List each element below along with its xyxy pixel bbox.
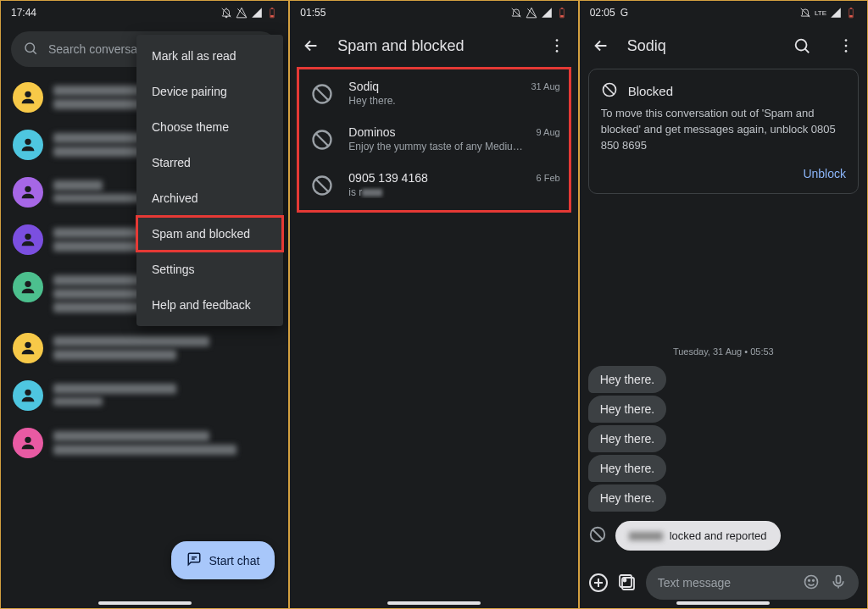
avatar xyxy=(13,333,43,363)
more-icon[interactable] xyxy=(548,36,566,55)
avatar xyxy=(13,177,43,208)
status-icons: LTE xyxy=(799,7,857,19)
message-preview: Enjoy the yummy taste of any Medium … xyxy=(348,141,524,152)
emoji-icon[interactable] xyxy=(803,573,820,593)
block-icon xyxy=(308,125,337,154)
contact-name: 0905 139 4168 xyxy=(348,171,524,185)
list-item[interactable] xyxy=(1,419,288,467)
menu-item-settings[interactable]: Settings xyxy=(136,252,283,287)
message-bubble[interactable]: Hey there. xyxy=(588,396,667,423)
svg-point-4 xyxy=(25,91,31,97)
message-bubble[interactable]: Hey there. xyxy=(588,425,667,452)
message-preview: is r xyxy=(348,186,524,198)
block-icon xyxy=(601,81,618,101)
contact-name: Dominos xyxy=(348,125,524,139)
status-icons xyxy=(220,7,278,19)
status-icons xyxy=(510,7,568,19)
svg-point-25 xyxy=(845,39,848,42)
back-icon[interactable] xyxy=(302,36,320,55)
svg-rect-22 xyxy=(849,15,853,17)
menu-item-choose-theme[interactable]: Choose theme xyxy=(136,109,283,145)
signal-icon xyxy=(251,7,263,19)
svg-point-35 xyxy=(804,575,817,588)
svg-point-16 xyxy=(555,45,558,47)
battery-low-icon xyxy=(845,7,857,19)
mic-icon[interactable] xyxy=(830,573,847,593)
svg-point-34 xyxy=(623,579,626,582)
svg-point-15 xyxy=(555,39,558,42)
app-bar: Sodiq xyxy=(580,25,867,64)
bell-off-icon xyxy=(799,7,811,19)
svg-point-27 xyxy=(845,50,848,53)
battery-low-icon xyxy=(556,7,568,19)
screen-spam-blocked: 01:55 Spam and blocked Sodiq Hey there. … xyxy=(289,0,578,609)
nav-handle[interactable] xyxy=(676,601,770,605)
message-bubble[interactable]: Hey there. xyxy=(588,484,667,512)
svg-point-3 xyxy=(25,43,35,53)
message-date: 9 Aug xyxy=(537,125,560,137)
svg-rect-1 xyxy=(271,15,275,17)
svg-point-9 xyxy=(25,342,31,348)
block-icon xyxy=(308,171,337,200)
svg-point-37 xyxy=(813,579,815,581)
svg-point-17 xyxy=(555,50,558,53)
message-bubble[interactable]: Hey there. xyxy=(588,366,667,393)
menu-item-device-pairing[interactable]: Device pairing xyxy=(136,74,283,109)
avatar xyxy=(13,130,43,160)
avatar xyxy=(13,224,43,255)
block-icon xyxy=(588,525,607,547)
gallery-icon[interactable] xyxy=(617,573,637,593)
add-icon[interactable] xyxy=(588,573,609,593)
google-icon: G xyxy=(620,7,628,19)
overflow-menu: Mark all as readDevice pairingChoose the… xyxy=(136,35,283,326)
nav-handle[interactable] xyxy=(98,601,192,605)
svg-point-8 xyxy=(25,281,31,287)
compose-placeholder: Text message xyxy=(658,576,731,590)
menu-item-mark-all-as-read[interactable]: Mark all as read xyxy=(136,38,283,74)
svg-point-26 xyxy=(845,45,848,47)
blocked-conversation[interactable]: Dominos Enjoy the yummy taste of any Med… xyxy=(299,117,568,163)
message-bubble[interactable]: Hey there. xyxy=(588,455,667,482)
network-label: LTE xyxy=(815,9,826,17)
svg-rect-14 xyxy=(560,8,562,8)
unblock-button[interactable]: Unblock xyxy=(803,167,846,180)
menu-item-archived[interactable]: Archived xyxy=(136,180,283,216)
page-title: Spam and blocked xyxy=(337,37,530,55)
blocked-conversation[interactable]: 0905 139 4168 is r 6 Feb xyxy=(299,163,568,208)
signal-off-icon xyxy=(526,7,537,19)
search-placeholder: Search conversati xyxy=(48,42,143,56)
svg-point-11 xyxy=(25,437,31,443)
list-item[interactable] xyxy=(1,372,288,419)
conversation-title: Sodiq xyxy=(627,37,776,55)
block-icon xyxy=(308,80,337,108)
screen-conversations: 17:44 Search conversati xyxy=(0,0,289,609)
message-date: 6 Feb xyxy=(537,171,560,183)
battery-low-icon xyxy=(266,7,278,19)
search-icon[interactable] xyxy=(793,36,811,55)
report-chip: locked and reported xyxy=(615,521,781,551)
app-bar: Spam and blocked xyxy=(290,25,577,64)
svg-point-10 xyxy=(25,390,31,396)
more-icon[interactable] xyxy=(837,36,855,55)
start-chat-fab[interactable]: Start chat xyxy=(171,541,275,579)
menu-item-spam-and-blocked[interactable]: Spam and blocked xyxy=(136,216,283,252)
nav-handle[interactable] xyxy=(387,601,481,605)
signal-icon xyxy=(830,7,842,19)
message-area: Tuesday, 31 Aug • 05:53 Hey there.Hey th… xyxy=(580,199,867,559)
blocked-list: Sodiq Hey there. 31 Aug Dominos Enjoy th… xyxy=(297,67,570,213)
blocked-conversation[interactable]: Sodiq Hey there. 31 Aug xyxy=(299,71,568,117)
blocked-banner: Blocked To move this conversation out of… xyxy=(588,69,859,194)
status-bar: 02:05 G LTE xyxy=(580,1,867,25)
svg-point-24 xyxy=(796,40,807,51)
status-time: 02:05 xyxy=(590,7,615,19)
back-icon[interactable] xyxy=(592,36,610,55)
list-item[interactable] xyxy=(1,324,288,372)
svg-point-6 xyxy=(25,186,31,192)
avatar xyxy=(13,380,43,411)
message-date: 31 Aug xyxy=(531,80,559,91)
menu-item-help-and-feedback[interactable]: Help and feedback xyxy=(136,287,283,323)
blocked-body: To move this conversation out of 'Spam a… xyxy=(601,106,846,154)
status-time: 01:55 xyxy=(300,7,326,19)
message-input[interactable]: Text message xyxy=(646,566,859,600)
menu-item-starred[interactable]: Starred xyxy=(136,145,283,180)
